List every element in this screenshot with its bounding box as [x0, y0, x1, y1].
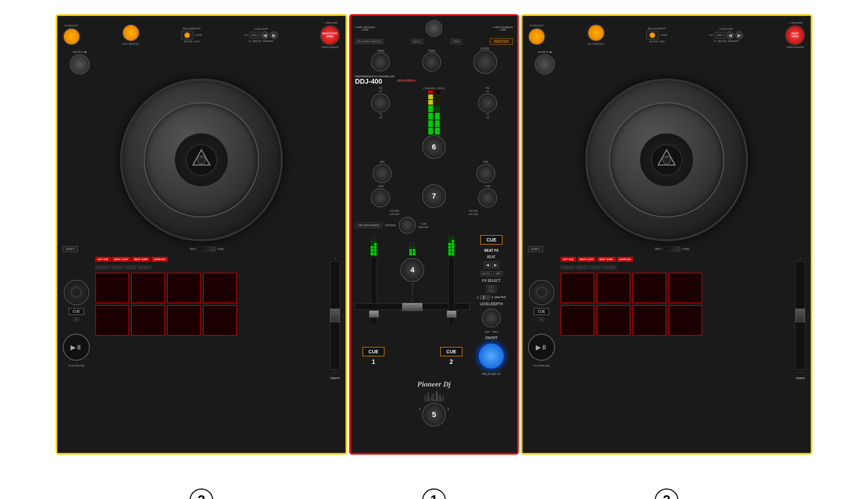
play-pause-left[interactable]: ▶⏸ [63, 334, 90, 361]
waveform-knob[interactable]: 5 [422, 403, 446, 426]
tempo-fader-left[interactable]: + 0 — [330, 261, 340, 369]
cue-ch2-btn[interactable]: CUE [440, 347, 463, 356]
beat-sync-btn-right[interactable]: BEAT SYNC [785, 25, 805, 45]
crossfader-knob[interactable]: 4 [401, 258, 424, 282]
call-left-icon-r[interactable]: ◀ [728, 33, 732, 38]
channel-level-knob[interactable]: 6 [422, 135, 446, 159]
mixer-bottom-label: 1 [422, 488, 446, 499]
play-pause-right[interactable]: ▶⏸ [528, 334, 555, 361]
call-right-icon[interactable]: ▶ [272, 33, 276, 38]
cue-knob-right[interactable] [529, 280, 554, 305]
on-off-button[interactable] [478, 342, 505, 369]
hi-knob-right[interactable] [478, 94, 497, 112]
faders-row: CUE 1 [355, 235, 513, 376]
pad-r-4[interactable] [668, 273, 702, 303]
beat-jump-btn[interactable]: BEAT JUMP [132, 257, 150, 262]
pad-6[interactable] [131, 305, 165, 336]
trim-knob-left[interactable] [371, 52, 390, 72]
center-browse-knob[interactable] [426, 20, 442, 37]
back-btn[interactable]: BACK [411, 39, 423, 44]
pad-r-3[interactable] [632, 273, 666, 303]
pad-r-1[interactable] [560, 273, 594, 303]
hot-cue-btn[interactable]: HOT CUE [95, 257, 111, 262]
tap-btn[interactable]: TAP [494, 271, 502, 276]
call-left-icon[interactable]: ◀ [263, 33, 267, 38]
on-off-label: ON/OFF [485, 336, 498, 340]
waveform-right-icon[interactable]: › [447, 406, 449, 412]
pad-1[interactable] [95, 273, 129, 303]
pad-8[interactable] [203, 305, 237, 336]
in-adjust-btn-right[interactable] [528, 28, 546, 45]
deck1-number: 2 [190, 488, 213, 499]
trim-knob-right[interactable] [422, 52, 441, 72]
sampler-btn[interactable]: SAMPLER [152, 257, 168, 262]
pad-3[interactable] [167, 273, 201, 303]
sampler-btn-r[interactable]: SAMPLER [617, 257, 633, 262]
cue-right-btn[interactable]: CUE [480, 235, 502, 245]
hot-cue-btn-r[interactable]: HOT CUE [560, 257, 576, 262]
mixing-knob[interactable] [399, 217, 416, 234]
browse-knob-right[interactable] [535, 54, 555, 74]
cue-knob-left[interactable] [64, 280, 89, 305]
master-btn[interactable]: MASTER [490, 38, 513, 45]
pad-r-7[interactable] [632, 305, 666, 336]
beat-label: BEAT [487, 255, 496, 259]
waveform-left-icon[interactable]: ‹ [419, 406, 421, 412]
level-knob[interactable] [473, 50, 497, 74]
pad-7[interactable] [167, 305, 201, 336]
browse-area: SEARCH ▶ [63, 50, 340, 74]
pads-row2 [95, 305, 322, 336]
pad-r-2[interactable] [596, 273, 630, 303]
out-button[interactable] [122, 24, 140, 42]
out-btn-right[interactable] [587, 24, 605, 42]
mid-knob-right[interactable] [476, 164, 495, 183]
beat-loop-btn-r[interactable]: BEAT LOOP [578, 257, 596, 262]
jog-wheel-inner-r [609, 102, 724, 218]
beat-left-icon[interactable]: ◀ [484, 261, 491, 268]
pad-4[interactable] [203, 273, 237, 303]
related-tracks-btn[interactable]: RELATED TRACKS [355, 39, 383, 44]
tempo-fader-right[interactable]: + 0 — [795, 261, 805, 369]
browse-knob[interactable] [70, 54, 90, 74]
key-shift-sub: KEY SHIFT [137, 265, 151, 269]
pad-5[interactable] [95, 305, 129, 336]
pad-2[interactable] [131, 273, 165, 303]
filter-master-knob[interactable]: 7 [422, 184, 446, 208]
channel-1-fader[interactable] [371, 257, 377, 325]
shift-row: SHIFT REV FWD [63, 246, 340, 252]
call-right-icon-r[interactable]: ▶ [737, 33, 741, 38]
beat-sync-button-left[interactable]: BEAT SYNC SYNC [320, 25, 340, 45]
shift-button-left[interactable]: SHIFT [63, 246, 78, 252]
beat-jump-btn-r[interactable]: BEAT JUMP [597, 257, 615, 262]
beat-fx-label: BEAT FX [484, 249, 498, 252]
key-shift-sub-r: KEY SHIFT [603, 265, 616, 269]
beat-right-icon[interactable]: ▶ [492, 261, 499, 268]
channel-2-fader[interactable] [448, 257, 454, 325]
fx2-label: 2 [492, 296, 494, 299]
low-knob-left[interactable] [371, 188, 390, 207]
mid-knob-left[interactable] [373, 164, 392, 183]
view-btn[interactable]: VIEW [451, 39, 462, 44]
eq-low-row: LOW 7 LOW [355, 184, 513, 208]
loop-half-label: 1/2× [244, 34, 249, 36]
pad-r-6[interactable] [596, 305, 630, 336]
hpf-left: HPF [395, 213, 400, 216]
hi-knob-left[interactable] [371, 94, 390, 112]
cue-loop-label: CUE/LOOP [254, 27, 268, 31]
level-depth-knob[interactable] [482, 308, 501, 328]
beat-loop-btn[interactable]: BEAT LOOP [112, 257, 131, 262]
pad-r-5[interactable] [560, 305, 594, 336]
in-adjust-button[interactable] [63, 28, 80, 45]
mid-label-left: MID [380, 160, 385, 163]
pad-r-8[interactable] [668, 305, 702, 336]
shift-btn-right[interactable]: SHIFT [528, 246, 543, 252]
jog-wheel-right[interactable] [585, 78, 748, 241]
tempo-fader-handle-r [795, 308, 805, 322]
low-knob-right[interactable] [478, 188, 497, 207]
channel-2-strip: CUE 2 [433, 235, 469, 366]
right-deck-panel: IN ADJUST OUT ADJUST RELOOP/EXIT [521, 14, 812, 455]
auto-btn[interactable]: AUTO [480, 271, 492, 276]
cue-ch1-btn[interactable]: CUE [362, 347, 385, 356]
crossfader-handle [402, 303, 423, 311]
jog-wheel-left[interactable] [120, 78, 283, 241]
